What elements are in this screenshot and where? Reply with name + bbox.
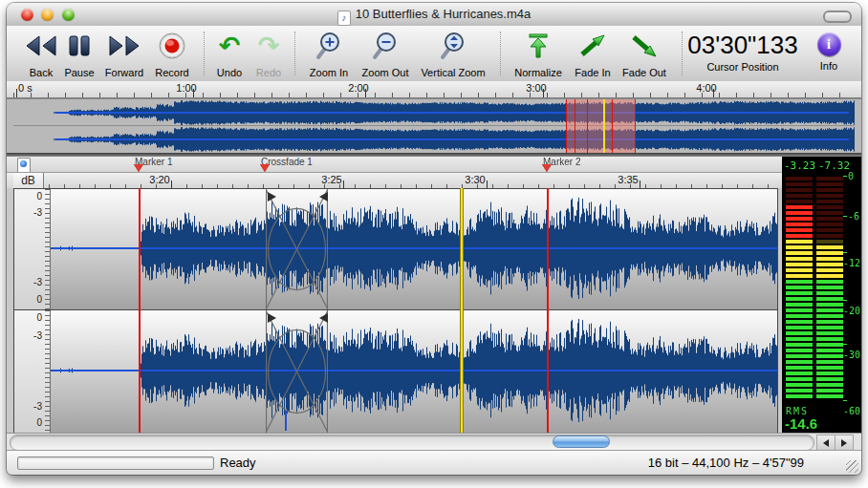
back-icon xyxy=(19,29,63,63)
meter-scale-label: -30 xyxy=(843,339,861,360)
fade-out-icon xyxy=(619,29,669,63)
app-window: ♪10 Butterflies & Hurricanes.m4a Back Pa… xyxy=(7,3,861,475)
pause-icon xyxy=(58,29,100,63)
meter-bar-right xyxy=(816,177,843,400)
db-scale-right-channel: 0 -3 -3 0 xyxy=(14,310,51,433)
crossfade-handle-left-icon[interactable] xyxy=(268,192,276,202)
marker-bar[interactable]: Marker 1 Crossfade 1 Marker 2 xyxy=(7,157,861,172)
db-scale-left-channel: 0 -3 -3 0 xyxy=(14,189,51,309)
meter-scale-label: -12 xyxy=(843,247,861,268)
right-channel-waveform[interactable] xyxy=(51,310,777,433)
crossfade-handle-right-icon[interactable] xyxy=(319,313,328,323)
resize-grip[interactable] xyxy=(846,460,858,473)
status-bar: Ready 16 bit – 44,100 Hz – 4'57"99 xyxy=(7,450,861,475)
toolbar-separator xyxy=(500,32,501,75)
cursor-position-value: 03'30"133 xyxy=(671,31,814,59)
crossfade-region[interactable] xyxy=(266,310,328,433)
back-button[interactable]: Back xyxy=(19,29,63,78)
file-badge-icon xyxy=(17,158,31,173)
music-file-icon: ♪ xyxy=(337,11,351,26)
meter-scale-label: 0 xyxy=(843,171,861,181)
normalize-button[interactable]: Normalize xyxy=(510,29,567,78)
waveform-canvas-left[interactable] xyxy=(51,189,777,308)
time-ruler-strip[interactable]: 3:20 3:25 3:30 3:35 xyxy=(49,173,776,189)
scrollbar-track[interactable] xyxy=(10,435,814,451)
overview-selection[interactable] xyxy=(566,99,636,153)
right-arrow-icon xyxy=(841,439,847,447)
toolbar-separator xyxy=(294,32,295,75)
playback-cursor-line[interactable] xyxy=(460,188,464,433)
toolbar-separator xyxy=(204,32,205,75)
marker-1-line[interactable] xyxy=(139,188,141,433)
forward-icon xyxy=(98,29,151,63)
horizontal-scrollbar[interactable] xyxy=(7,433,861,451)
undo-icon: ↶ xyxy=(210,29,249,63)
vertical-zoom-icon xyxy=(416,29,490,63)
overview-ruler-ticks xyxy=(13,93,855,97)
zoom-in-icon xyxy=(303,29,355,63)
waveform-editor[interactable]: 0 -3 -3 0 0 -3 -3 0 xyxy=(7,188,861,433)
marker-triangle-icon[interactable] xyxy=(542,164,552,172)
waveform-spike xyxy=(285,411,287,431)
overview-cursor-line xyxy=(603,99,605,153)
fade-in-icon xyxy=(573,29,613,63)
zoom-out-button[interactable]: Zoom Out xyxy=(357,29,414,78)
marker-triangle-icon[interactable] xyxy=(260,164,270,172)
zoom-out-icon xyxy=(357,29,414,63)
info-button[interactable]: i Info xyxy=(814,29,844,78)
window-title-area: ♪10 Butterflies & Hurricanes.m4a xyxy=(7,7,861,26)
meter-scale-label: -6 xyxy=(843,211,861,222)
progress-bar xyxy=(17,456,214,470)
crossfade-region[interactable] xyxy=(266,189,328,309)
redo-button[interactable]: ↷ Redo xyxy=(250,29,288,78)
scroll-right-button[interactable] xyxy=(835,435,854,451)
zoom-in-button[interactable]: Zoom In xyxy=(303,29,355,78)
scroll-left-button[interactable] xyxy=(816,435,835,451)
overview-marker-line xyxy=(612,99,613,153)
db-unit-label: dB xyxy=(13,173,44,188)
right-channel[interactable]: 0 -3 -3 0 xyxy=(13,309,778,434)
left-channel-waveform[interactable] xyxy=(51,189,777,309)
overview-waveform-canvas[interactable] xyxy=(13,99,855,153)
toolbar-toggle-button[interactable] xyxy=(823,11,852,23)
cursor-position-display: 03'30"133 Cursor Position xyxy=(671,31,814,73)
titlebar[interactable]: ♪10 Butterflies & Hurricanes.m4a xyxy=(7,3,861,27)
overview-waveform[interactable] xyxy=(7,98,861,154)
record-button[interactable]: Record xyxy=(148,29,196,78)
scrollbar-thumb[interactable] xyxy=(553,435,610,448)
marker-triangle-icon[interactable] xyxy=(134,164,143,172)
redo-icon: ↷ xyxy=(250,29,288,63)
left-arrow-icon xyxy=(823,439,829,447)
rms-value: -14.6 xyxy=(785,415,817,432)
cursor-position-label: Cursor Position xyxy=(671,61,814,73)
toolbar: Back Pause Forward Record ↶ Undo ↷ Redo xyxy=(7,26,861,82)
marker-2-line[interactable] xyxy=(547,188,549,433)
audio-format-info: 16 bit – 44,100 Hz – 4'57"99 xyxy=(648,456,804,470)
record-icon xyxy=(148,29,196,63)
left-channel[interactable]: 0 -3 -3 0 xyxy=(13,188,778,310)
meter-scale-label: -20 xyxy=(843,295,861,316)
fade-in-button[interactable]: Fade In xyxy=(573,29,613,78)
fade-out-button[interactable]: Fade Out xyxy=(619,29,669,78)
status-text: Ready xyxy=(220,456,256,470)
pause-button[interactable]: Pause xyxy=(58,29,100,78)
crossfade-handle-left-icon[interactable] xyxy=(268,313,276,323)
overview-ruler[interactable]: 0 s 1:00 2:00 3:00 4:00 xyxy=(7,81,861,98)
peak-left-value: -3.23 xyxy=(784,159,815,172)
window-title: 10 Butterflies & Hurricanes.m4a xyxy=(356,7,532,21)
meter-scale-label: -60 xyxy=(843,395,861,416)
crossfade-handle-right-icon[interactable] xyxy=(319,192,328,202)
vertical-zoom-button[interactable]: Vertical Zoom xyxy=(416,29,490,78)
forward-button[interactable]: Forward xyxy=(98,29,151,78)
overview-crossfade-line xyxy=(587,99,588,153)
meter-bar-left xyxy=(786,177,813,400)
overview-marker-line xyxy=(575,99,575,153)
normalize-icon xyxy=(510,29,567,63)
level-meter-panel: -3.23 -7.32 0 -6 -12 -20 -30 -60 RMS -14… xyxy=(782,157,861,435)
info-icon: i xyxy=(817,32,841,56)
undo-button[interactable]: ↶ Undo xyxy=(210,29,249,78)
waveform-canvas-right[interactable] xyxy=(51,310,777,431)
